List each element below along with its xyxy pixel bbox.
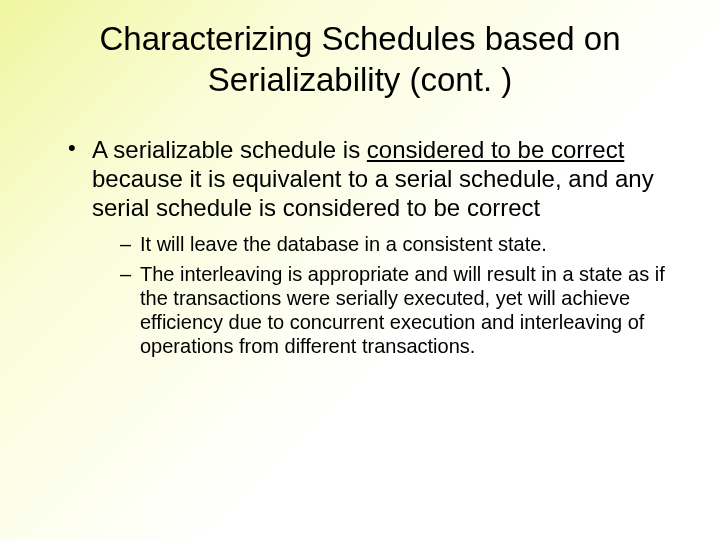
sub-bullet-2: The interleaving is appropriate and will… [120, 262, 680, 358]
sub-bullet-list: It will leave the database in a consiste… [92, 232, 680, 358]
slide-title: Characterizing Schedules based on Serial… [40, 18, 680, 101]
bullet-1-text-post: because it is equivalent to a serial sch… [92, 165, 654, 221]
bullet-item-1: A serializable schedule is considered to… [68, 135, 680, 359]
bullet-1-text-pre: A serializable schedule is [92, 136, 367, 163]
slide: Characterizing Schedules based on Serial… [0, 0, 720, 540]
bullet-list: A serializable schedule is considered to… [40, 135, 680, 359]
sub-bullet-1: It will leave the database in a consiste… [120, 232, 680, 256]
bullet-1-text-underlined: considered to be correct [367, 136, 624, 163]
